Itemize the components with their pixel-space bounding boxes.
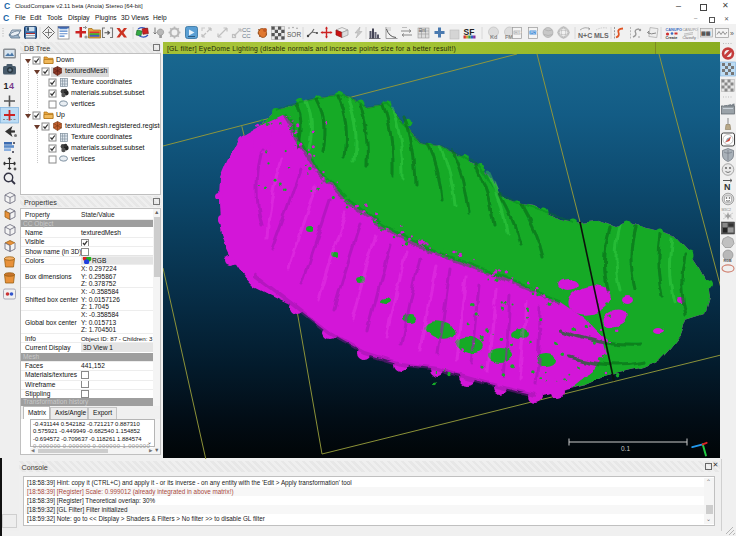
svg-text:Kd: Kd: [490, 34, 497, 40]
svg-text:CC: CC: [242, 27, 251, 33]
svg-text:1: 1: [4, 81, 9, 91]
svg-text:RGB: RGB: [724, 259, 732, 263]
svg-text:FM: FM: [505, 34, 513, 40]
svg-text:CANUPO: CANUPO: [683, 28, 699, 32]
svg-text:▩▩: ▩▩: [701, 30, 711, 36]
svg-text:CC: CC: [242, 33, 251, 39]
svg-text:Ent: Ent: [419, 28, 427, 33]
svg-text:PCV: PCV: [530, 31, 538, 35]
svg-text:0.1: 0.1: [621, 445, 630, 452]
svg-text:N+C: N+C: [578, 32, 592, 39]
svg-text:Create: Create: [666, 36, 678, 40]
svg-text:M3C2: M3C2: [722, 208, 732, 212]
svg-text:N: N: [724, 182, 731, 192]
svg-text:4: 4: [9, 81, 14, 91]
svg-text:CANUPO: CANUPO: [666, 28, 683, 32]
svg-text:SOR: SOR: [287, 31, 301, 38]
svg-text:MLS: MLS: [594, 32, 609, 39]
svg-text:CSF: CSF: [514, 31, 522, 35]
svg-text:SF: SF: [464, 27, 475, 37]
svg-text:Classify: Classify: [683, 36, 696, 40]
svg-text:»: »: [730, 30, 734, 37]
